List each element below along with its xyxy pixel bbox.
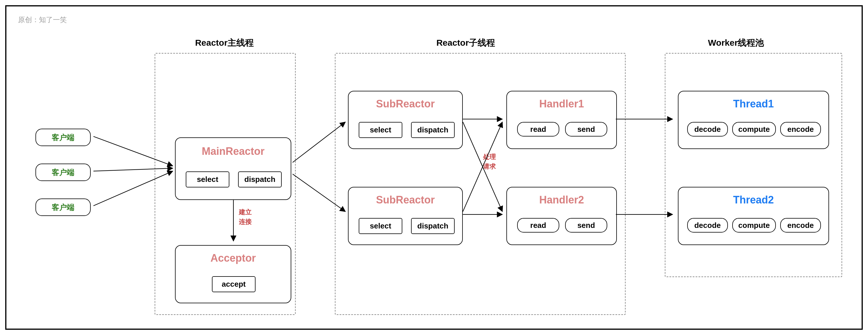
client-node-3: 客户端 (35, 198, 91, 216)
thread-1-card: Thread1 decode compute encode (678, 91, 829, 149)
thread-1-encode: encode (780, 122, 821, 137)
sub-reactor-1-title: SubReactor (348, 98, 462, 110)
handler-1-card: Handler1 read send (506, 91, 617, 149)
sub-reactor-2-dispatch: dispatch (411, 218, 455, 234)
thread-1-compute: compute (732, 122, 776, 137)
thread-1-decode: decode (687, 122, 728, 137)
thread-1-title: Thread1 (679, 98, 829, 110)
handler-2-card: Handler2 read send (506, 187, 617, 245)
section-title-main: Reactor主线程 (181, 37, 268, 49)
handler-1-read: read (517, 122, 559, 137)
acceptor-accept: accept (212, 276, 255, 292)
edge-label-establish: 建立 连接 (239, 207, 252, 226)
acceptor-title: Acceptor (176, 252, 291, 264)
thread-2-title: Thread2 (679, 194, 829, 206)
attribution-text: 原创：知了一笑 (18, 15, 67, 24)
main-reactor-card: MainReactor select dispatch (175, 137, 291, 200)
sub-reactor-1-card: SubReactor select dispatch (348, 91, 463, 149)
thread-2-encode: encode (780, 218, 821, 232)
edge-label-process-l1: 处理 (483, 153, 496, 160)
thread-2-decode: decode (687, 218, 728, 232)
handler-2-send: send (565, 218, 607, 232)
sub-reactor-1-dispatch: dispatch (411, 122, 455, 138)
section-title-sub: Reactor子线程 (422, 37, 509, 49)
edge-label-establish-l1: 建立 (239, 208, 252, 216)
main-reactor-title: MainReactor (176, 145, 291, 158)
client-node-2: 客户端 (35, 164, 91, 181)
sub-reactor-2-select: select (359, 218, 402, 234)
handler-2-read: read (517, 218, 559, 232)
handler-1-send: send (565, 122, 607, 137)
sub-reactor-2-card: SubReactor select dispatch (348, 187, 463, 245)
main-reactor-dispatch: dispatch (238, 171, 282, 188)
handler-2-title: Handler2 (507, 194, 616, 206)
acceptor-card: Acceptor accept (175, 245, 291, 303)
sub-reactor-1-select: select (359, 122, 402, 138)
thread-2-card: Thread2 decode compute encode (678, 187, 829, 245)
diagram-canvas: 原创：知了一笑 Reactor主线程 Reactor子线程 Worker线程池 … (5, 5, 863, 330)
sub-reactor-2-title: SubReactor (348, 194, 462, 206)
section-title-worker: Worker线程池 (692, 37, 780, 49)
edge-label-establish-l2: 连接 (239, 218, 252, 225)
edge-label-process-l2: 请求 (483, 163, 496, 170)
client-node-1: 客户端 (35, 129, 91, 146)
edge-label-process: 处理 请求 (483, 152, 496, 171)
main-reactor-select: select (186, 171, 229, 188)
thread-2-compute: compute (732, 218, 776, 232)
handler-1-title: Handler1 (507, 98, 616, 110)
